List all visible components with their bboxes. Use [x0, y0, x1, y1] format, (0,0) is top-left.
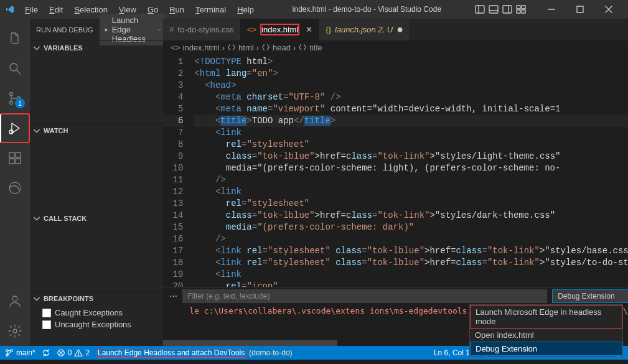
dropdown-item[interactable]: Open index.html	[470, 329, 622, 342]
svg-point-19	[9, 130, 13, 134]
css-file-icon: #	[169, 25, 174, 34]
activity-settings[interactable]	[0, 316, 30, 346]
more-icon[interactable]: ⋯	[169, 291, 177, 301]
svg-point-41	[78, 355, 79, 355]
svg-rect-9	[522, 10, 525, 13]
menu-file[interactable]: File	[20, 2, 43, 17]
sync-icon	[42, 348, 50, 357]
svg-rect-4	[503, 6, 512, 13]
chevron-down-icon	[32, 126, 41, 135]
svg-rect-22	[16, 159, 21, 164]
menu-help[interactable]: Help	[232, 2, 259, 17]
status-cursor[interactable]: Ln 6, Col 11	[434, 348, 474, 357]
svg-point-17	[10, 101, 13, 105]
modified-dot-icon: ●	[396, 23, 403, 36]
error-icon	[57, 348, 65, 357]
debug-console-filter[interactable]: Filter (e.g. text, !exclude)	[182, 289, 547, 303]
files-icon	[7, 31, 22, 46]
status-debug-config[interactable]: Launch Edge Headless and attach DevTools…	[96, 348, 293, 358]
branch-icon	[5, 348, 14, 357]
svg-line-15	[17, 70, 21, 74]
activity-account[interactable]	[0, 286, 30, 316]
layout-sidebar-left-icon[interactable]	[475, 4, 485, 14]
title-bar: File Edit Selection View Go Run Terminal…	[0, 0, 628, 19]
svg-rect-11	[577, 6, 583, 12]
chevron-down-icon	[32, 214, 41, 223]
activity-bar: 1	[0, 19, 30, 346]
editor-tabs: # to-do-styles.css <> index.html ✕ {} la…	[163, 19, 628, 40]
tab-index-html[interactable]: <> index.html ✕	[241, 19, 319, 40]
svg-rect-7	[522, 6, 525, 9]
watch-section[interactable]: WATCH	[30, 124, 163, 138]
activity-explorer[interactable]	[0, 24, 30, 54]
layout-customize-icon[interactable]	[516, 4, 526, 14]
tag-icon	[227, 43, 236, 52]
svg-point-25	[12, 296, 17, 301]
window-title: index.html - demo-to-do - Visual Studio …	[259, 5, 475, 14]
status-sync[interactable]	[42, 348, 50, 357]
dropdown-item[interactable]: Debug Extension	[470, 342, 622, 356]
checkbox-icon[interactable]	[42, 309, 51, 317]
activity-edge-devtools[interactable]	[0, 173, 30, 203]
sidebar-title: RUN AND DEBUG	[36, 26, 93, 34]
html-file-icon: <>	[171, 43, 180, 52]
layout-panel-icon[interactable]	[489, 4, 499, 14]
menu-edit[interactable]: Edit	[44, 2, 68, 17]
debug-icon	[7, 121, 22, 136]
gear-icon	[7, 324, 22, 338]
svg-rect-2	[489, 6, 498, 13]
breakpoint-caught-exceptions[interactable]: Caught Exceptions	[42, 307, 163, 319]
html-file-icon: <>	[247, 25, 256, 34]
svg-point-16	[10, 93, 13, 96]
search-icon	[7, 61, 22, 76]
breadcrumb[interactable]: <> index.html › html › head › title	[163, 40, 628, 54]
chevron-down-icon	[157, 26, 161, 34]
svg-rect-6	[517, 6, 520, 9]
play-icon	[104, 26, 108, 34]
tag-icon	[298, 43, 307, 52]
json-file-icon: {}	[326, 25, 331, 34]
activity-scm[interactable]: 1	[0, 83, 30, 113]
extensions-icon	[7, 151, 22, 166]
launch-config-label: Launch Edge Headless	[112, 16, 154, 44]
svg-rect-23	[16, 152, 21, 157]
close-button[interactable]	[594, 0, 623, 19]
variables-section[interactable]: VARIABLES	[30, 41, 163, 55]
tab-launch-json[interactable]: {} launch.json 2, U ●	[319, 19, 410, 40]
svg-point-14	[10, 63, 17, 71]
status-branch[interactable]: main*	[5, 348, 35, 357]
debug-session-select[interactable]: Debug Extension	[552, 289, 628, 303]
run-debug-sidebar: RUN AND DEBUG Launch Edge Headless ⋯ VAR…	[30, 19, 163, 346]
breakpoint-uncaught-exceptions[interactable]: Uncaught Exceptions	[42, 319, 163, 330]
svg-point-26	[13, 329, 17, 333]
close-icon[interactable]: ✕	[306, 25, 312, 34]
dropdown-item[interactable]: Launch Microsoft Edge in headless mode	[470, 305, 622, 329]
scm-badge: 1	[15, 98, 25, 108]
edge-icon	[7, 180, 22, 195]
callstack-section[interactable]: CALL STACK	[30, 212, 163, 225]
activity-extensions[interactable]	[0, 143, 30, 173]
account-icon	[7, 294, 22, 309]
chevron-down-icon	[32, 44, 41, 52]
vscode-icon	[5, 4, 15, 14]
status-problems[interactable]: 0 2	[57, 348, 90, 357]
activity-search[interactable]	[0, 54, 30, 83]
svg-rect-0	[476, 6, 484, 13]
warning-icon	[74, 348, 83, 357]
checkbox-icon[interactable]	[42, 320, 51, 329]
activity-run-debug[interactable]	[0, 113, 30, 143]
chevron-down-icon	[32, 294, 41, 303]
svg-rect-8	[517, 10, 520, 13]
breakpoints-section[interactable]: BREAKPOINTS	[30, 292, 163, 306]
minimize-button[interactable]	[537, 0, 566, 19]
menu-run[interactable]: Run	[164, 2, 189, 17]
editor-area: # to-do-styles.css <> index.html ✕ {} la…	[163, 19, 628, 346]
tab-to-do-styles-css[interactable]: # to-do-styles.css	[163, 19, 241, 40]
layout-sidebar-right-icon[interactable]	[502, 4, 512, 14]
tag-icon	[261, 43, 270, 52]
debug-session-dropdown: Launch Microsoft Edge in headless modeOp…	[469, 304, 623, 357]
svg-rect-21	[9, 159, 14, 164]
maximize-button[interactable]	[566, 0, 594, 19]
svg-point-24	[9, 182, 21, 194]
menu-terminal[interactable]: Terminal	[190, 2, 231, 17]
